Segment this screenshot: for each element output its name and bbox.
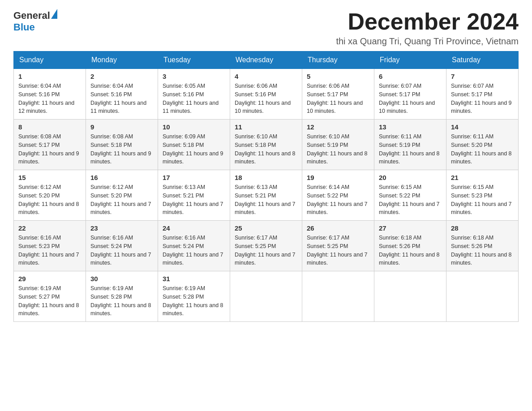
day-number: 12 bbox=[307, 123, 369, 131]
calendar-cell: 6 Sunrise: 6:07 AM Sunset: 5:17 PM Dayli… bbox=[374, 69, 446, 120]
calendar-cell: 31 Sunrise: 6:19 AM Sunset: 5:28 PM Dayl… bbox=[158, 271, 230, 322]
calendar-week-row: 1 Sunrise: 6:04 AM Sunset: 5:16 PM Dayli… bbox=[14, 69, 519, 120]
calendar-cell: 1 Sunrise: 6:04 AM Sunset: 5:16 PM Dayli… bbox=[14, 69, 86, 120]
day-info: Sunrise: 6:18 AM Sunset: 5:26 PM Dayligh… bbox=[451, 234, 514, 267]
calendar-cell: 25 Sunrise: 6:17 AM Sunset: 5:25 PM Dayl… bbox=[230, 221, 302, 271]
calendar-cell: 22 Sunrise: 6:16 AM Sunset: 5:23 PM Dayl… bbox=[14, 221, 86, 271]
day-number: 21 bbox=[451, 174, 514, 181]
day-info: Sunrise: 6:14 AM Sunset: 5:22 PM Dayligh… bbox=[307, 183, 369, 217]
day-number: 18 bbox=[235, 174, 297, 181]
calendar-week-row: 22 Sunrise: 6:16 AM Sunset: 5:23 PM Dayl… bbox=[14, 221, 519, 271]
calendar-cell: 19 Sunrise: 6:14 AM Sunset: 5:22 PM Dayl… bbox=[302, 170, 374, 221]
day-info: Sunrise: 6:19 AM Sunset: 5:28 PM Dayligh… bbox=[90, 284, 153, 318]
month-title: December 2024 bbox=[336, 9, 519, 34]
day-info: Sunrise: 6:10 AM Sunset: 5:19 PM Dayligh… bbox=[307, 133, 369, 166]
day-info: Sunrise: 6:08 AM Sunset: 5:18 PM Dayligh… bbox=[90, 133, 153, 166]
calendar-cell: 13 Sunrise: 6:11 AM Sunset: 5:19 PM Dayl… bbox=[374, 120, 446, 170]
day-number: 5 bbox=[307, 73, 369, 80]
day-number: 31 bbox=[163, 275, 225, 283]
day-number: 4 bbox=[235, 73, 297, 80]
day-number: 9 bbox=[90, 123, 153, 131]
calendar-cell: 12 Sunrise: 6:10 AM Sunset: 5:19 PM Dayl… bbox=[302, 120, 374, 170]
day-info: Sunrise: 6:06 AM Sunset: 5:17 PM Dayligh… bbox=[307, 82, 369, 116]
calendar-cell bbox=[230, 271, 302, 322]
day-number: 17 bbox=[163, 174, 225, 181]
day-number: 24 bbox=[163, 224, 225, 232]
day-number: 19 bbox=[307, 174, 369, 181]
day-number: 7 bbox=[451, 73, 514, 80]
calendar-cell: 14 Sunrise: 6:11 AM Sunset: 5:20 PM Dayl… bbox=[446, 120, 519, 170]
calendar-cell: 29 Sunrise: 6:19 AM Sunset: 5:27 PM Dayl… bbox=[14, 271, 86, 322]
day-info: Sunrise: 6:17 AM Sunset: 5:25 PM Dayligh… bbox=[235, 234, 297, 267]
location-subtitle: thi xa Quang Tri, Quang Tri Province, Vi… bbox=[336, 36, 519, 47]
calendar-cell: 7 Sunrise: 6:07 AM Sunset: 5:17 PM Dayli… bbox=[446, 69, 519, 120]
day-info: Sunrise: 6:17 AM Sunset: 5:25 PM Dayligh… bbox=[307, 234, 369, 267]
calendar-week-row: 29 Sunrise: 6:19 AM Sunset: 5:27 PM Dayl… bbox=[14, 271, 519, 322]
day-info: Sunrise: 6:12 AM Sunset: 5:20 PM Dayligh… bbox=[90, 183, 153, 217]
col-header-thursday: Thursday bbox=[302, 51, 374, 69]
day-number: 15 bbox=[18, 174, 81, 181]
day-number: 10 bbox=[163, 123, 225, 131]
calendar-cell: 20 Sunrise: 6:15 AM Sunset: 5:22 PM Dayl… bbox=[374, 170, 446, 221]
day-info: Sunrise: 6:09 AM Sunset: 5:18 PM Dayligh… bbox=[163, 133, 225, 166]
day-info: Sunrise: 6:19 AM Sunset: 5:28 PM Dayligh… bbox=[163, 284, 225, 318]
day-number: 29 bbox=[18, 275, 81, 283]
logo-text: General Blue bbox=[13, 9, 57, 33]
col-header-monday: Monday bbox=[86, 51, 158, 69]
day-info: Sunrise: 6:07 AM Sunset: 5:17 PM Dayligh… bbox=[379, 82, 442, 116]
title-area: December 2024 thi xa Quang Tri, Quang Tr… bbox=[336, 9, 519, 47]
day-info: Sunrise: 6:13 AM Sunset: 5:21 PM Dayligh… bbox=[163, 183, 225, 217]
calendar-week-row: 8 Sunrise: 6:08 AM Sunset: 5:17 PM Dayli… bbox=[14, 120, 519, 170]
day-number: 20 bbox=[379, 174, 442, 181]
calendar-cell: 4 Sunrise: 6:06 AM Sunset: 5:16 PM Dayli… bbox=[230, 69, 302, 120]
col-header-tuesday: Tuesday bbox=[158, 51, 230, 69]
calendar-cell: 27 Sunrise: 6:18 AM Sunset: 5:26 PM Dayl… bbox=[374, 221, 446, 271]
day-info: Sunrise: 6:05 AM Sunset: 5:16 PM Dayligh… bbox=[163, 82, 225, 116]
col-header-friday: Friday bbox=[374, 51, 446, 69]
day-number: 13 bbox=[379, 123, 442, 131]
day-number: 2 bbox=[90, 73, 153, 80]
day-number: 8 bbox=[18, 123, 81, 131]
page-header: General Blue December 2024 thi xa Quang … bbox=[13, 9, 519, 47]
day-number: 11 bbox=[235, 123, 297, 131]
calendar-cell: 9 Sunrise: 6:08 AM Sunset: 5:18 PM Dayli… bbox=[86, 120, 158, 170]
day-number: 6 bbox=[379, 73, 442, 80]
calendar-cell: 24 Sunrise: 6:16 AM Sunset: 5:24 PM Dayl… bbox=[158, 221, 230, 271]
calendar-table: SundayMondayTuesdayWednesdayThursdayFrid… bbox=[13, 51, 519, 322]
day-info: Sunrise: 6:08 AM Sunset: 5:17 PM Dayligh… bbox=[18, 133, 81, 166]
day-info: Sunrise: 6:11 AM Sunset: 5:20 PM Dayligh… bbox=[451, 133, 514, 166]
day-number: 23 bbox=[90, 224, 153, 232]
calendar-cell bbox=[446, 271, 519, 322]
day-info: Sunrise: 6:04 AM Sunset: 5:16 PM Dayligh… bbox=[18, 82, 81, 116]
calendar-cell: 5 Sunrise: 6:06 AM Sunset: 5:17 PM Dayli… bbox=[302, 69, 374, 120]
calendar-cell: 17 Sunrise: 6:13 AM Sunset: 5:21 PM Dayl… bbox=[158, 170, 230, 221]
logo-triangle-icon bbox=[51, 9, 57, 19]
logo: General Blue bbox=[13, 9, 57, 33]
calendar-cell bbox=[374, 271, 446, 322]
calendar-cell: 23 Sunrise: 6:16 AM Sunset: 5:24 PM Dayl… bbox=[86, 221, 158, 271]
day-number: 25 bbox=[235, 224, 297, 232]
calendar-cell: 30 Sunrise: 6:19 AM Sunset: 5:28 PM Dayl… bbox=[86, 271, 158, 322]
day-info: Sunrise: 6:18 AM Sunset: 5:26 PM Dayligh… bbox=[379, 234, 442, 267]
day-info: Sunrise: 6:16 AM Sunset: 5:24 PM Dayligh… bbox=[163, 234, 225, 267]
calendar-week-row: 15 Sunrise: 6:12 AM Sunset: 5:20 PM Dayl… bbox=[14, 170, 519, 221]
calendar-cell: 21 Sunrise: 6:15 AM Sunset: 5:23 PM Dayl… bbox=[446, 170, 519, 221]
day-number: 22 bbox=[18, 224, 81, 232]
day-info: Sunrise: 6:07 AM Sunset: 5:17 PM Dayligh… bbox=[451, 82, 514, 116]
day-number: 28 bbox=[451, 224, 514, 232]
day-info: Sunrise: 6:16 AM Sunset: 5:23 PM Dayligh… bbox=[18, 234, 81, 267]
calendar-header-row: SundayMondayTuesdayWednesdayThursdayFrid… bbox=[14, 51, 519, 69]
calendar-cell: 16 Sunrise: 6:12 AM Sunset: 5:20 PM Dayl… bbox=[86, 170, 158, 221]
day-number: 1 bbox=[18, 73, 81, 80]
calendar-cell: 3 Sunrise: 6:05 AM Sunset: 5:16 PM Dayli… bbox=[158, 69, 230, 120]
day-number: 27 bbox=[379, 224, 442, 232]
day-number: 16 bbox=[90, 174, 153, 181]
col-header-wednesday: Wednesday bbox=[230, 51, 302, 69]
day-info: Sunrise: 6:13 AM Sunset: 5:21 PM Dayligh… bbox=[235, 183, 297, 217]
day-info: Sunrise: 6:04 AM Sunset: 5:16 PM Dayligh… bbox=[90, 82, 153, 116]
day-number: 30 bbox=[90, 275, 153, 283]
day-info: Sunrise: 6:15 AM Sunset: 5:22 PM Dayligh… bbox=[379, 183, 442, 217]
day-info: Sunrise: 6:15 AM Sunset: 5:23 PM Dayligh… bbox=[451, 183, 514, 217]
day-info: Sunrise: 6:19 AM Sunset: 5:27 PM Dayligh… bbox=[18, 284, 81, 318]
calendar-cell bbox=[302, 271, 374, 322]
